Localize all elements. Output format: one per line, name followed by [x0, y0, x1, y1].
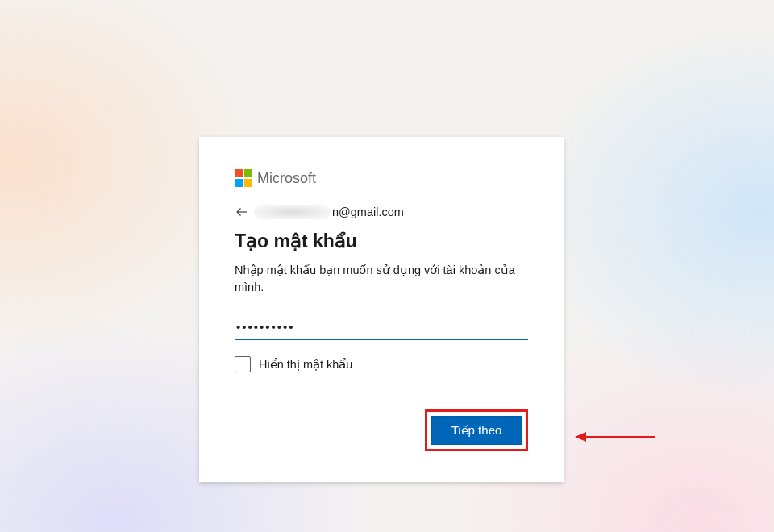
back-arrow-icon[interactable]	[235, 205, 249, 219]
show-password-checkbox[interactable]	[235, 356, 251, 372]
password-input[interactable]	[235, 317, 528, 340]
microsoft-logo-icon	[235, 169, 252, 187]
next-button-highlight-box: Tiếp theo	[425, 409, 528, 451]
button-row: Tiếp theo	[235, 409, 528, 451]
signup-password-card: Microsoft n@gmail.com Tạo mật khẩu Nhập …	[199, 137, 564, 482]
account-email-visible: n@gmail.com	[332, 206, 404, 218]
identity-row: n@gmail.com	[235, 205, 528, 219]
show-password-row[interactable]: Hiển thị mật khẩu	[235, 356, 528, 372]
dialog-description: Nhập mật khẩu bạn muốn sử dụng với tài k…	[235, 262, 528, 296]
brand-name: Microsoft	[257, 170, 316, 187]
show-password-label: Hiển thị mật khẩu	[259, 358, 352, 371]
email-redacted-part	[254, 205, 331, 219]
brand-row: Microsoft	[235, 169, 528, 187]
next-button[interactable]: Tiếp theo	[431, 416, 522, 445]
dialog-title: Tạo mật khẩu	[235, 231, 528, 252]
annotation-arrow-icon	[575, 431, 664, 443]
